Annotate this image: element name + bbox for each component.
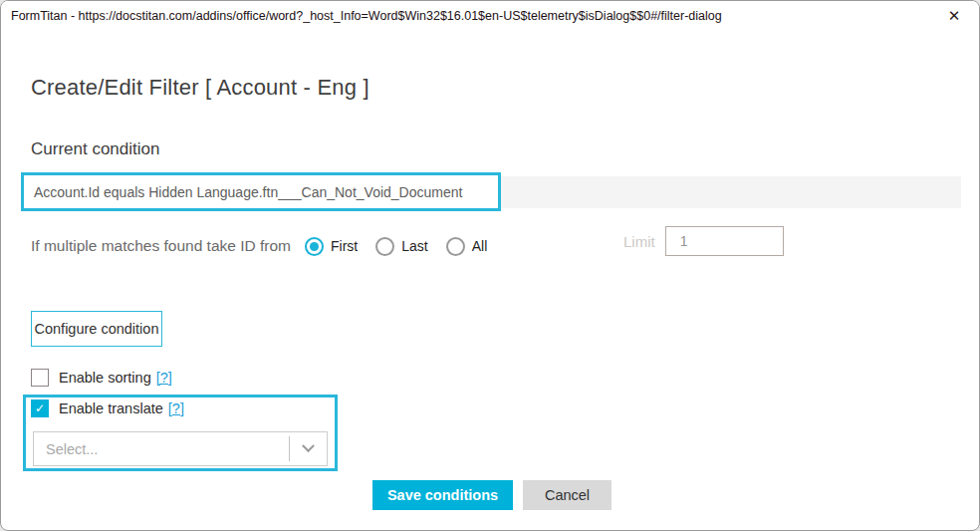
titlebar: FormTitan - https://docstitan.com/addins…: [1, 1, 979, 31]
check-icon: ✓: [35, 401, 45, 415]
radio-all[interactable]: All: [446, 237, 488, 256]
enable-sorting-checkbox[interactable]: [31, 369, 49, 387]
limit-input[interactable]: [665, 226, 784, 256]
translate-help-link[interactable]: [?]: [168, 400, 184, 416]
save-conditions-button[interactable]: Save conditions: [372, 480, 513, 510]
radio-first[interactable]: First: [305, 237, 358, 256]
match-label: If multiple matches found take ID from: [31, 237, 291, 255]
chevron-down-icon[interactable]: [290, 444, 327, 453]
enable-sorting-label: Enable sorting: [59, 370, 151, 386]
enable-sorting-row: Enable sorting [?]: [31, 369, 172, 387]
translate-select-placeholder: Select...: [34, 441, 289, 457]
enable-translate-label: Enable translate: [59, 400, 163, 416]
radio-last-label: Last: [401, 238, 427, 254]
limit-label: Limit: [623, 233, 655, 250]
match-radio-group: First Last All: [305, 237, 505, 256]
cancel-button[interactable]: Cancel: [523, 480, 612, 510]
radio-first-circle[interactable]: [305, 237, 324, 256]
limit-group: Limit: [623, 226, 784, 256]
filter-dialog-window: FormTitan - https://docstitan.com/addins…: [0, 0, 980, 531]
configure-condition-button[interactable]: Configure condition: [31, 311, 162, 347]
radio-last-circle[interactable]: [375, 237, 394, 256]
close-icon[interactable]: ✕: [943, 5, 965, 27]
condition-highlight-box: Account.Id equals Hidden Language.ftn___…: [21, 172, 501, 211]
radio-all-label: All: [472, 238, 488, 254]
sorting-help-link[interactable]: [?]: [156, 370, 172, 386]
match-row: If multiple matches found take ID from F…: [31, 231, 959, 261]
radio-last[interactable]: Last: [375, 237, 427, 256]
radio-first-label: First: [331, 238, 358, 254]
enable-translate-row: ✓ Enable translate [?]: [31, 399, 184, 417]
condition-text: Account.Id equals Hidden Language.ftn___…: [34, 184, 462, 200]
radio-all-circle[interactable]: [446, 237, 465, 256]
current-condition-heading: Current condition: [31, 139, 159, 159]
enable-translate-checkbox[interactable]: ✓: [31, 399, 49, 417]
window-title: FormTitan - https://docstitan.com/addins…: [1, 9, 722, 23]
translate-select[interactable]: Select...: [33, 431, 328, 466]
page-title: Create/Edit Filter [ Account - Eng ]: [31, 75, 369, 101]
